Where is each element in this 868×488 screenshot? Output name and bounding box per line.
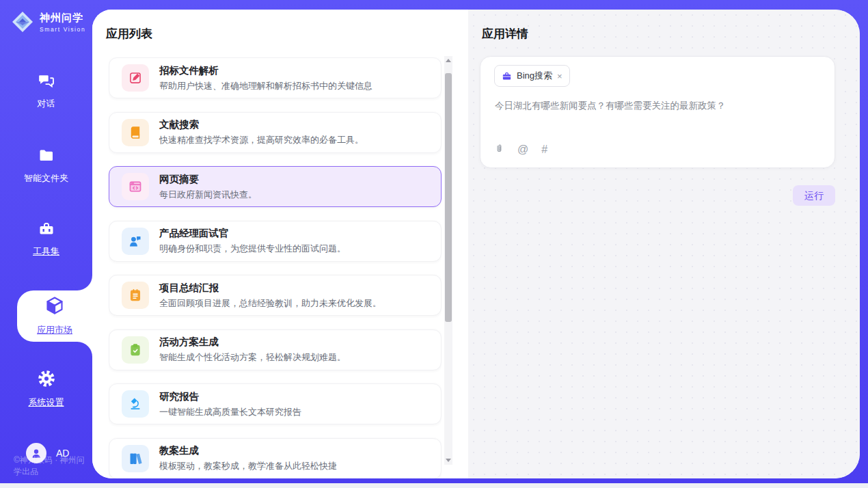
scrollbar-thumb[interactable] [445, 73, 452, 322]
app-card-desc: 全面回顾项目进展，总结经验教训，助力未来优化发展。 [159, 297, 381, 310]
briefcase-icon [502, 71, 512, 81]
app-card[interactable]: 产品经理面试官明确身份和职责，为您提供专业性的面试问题。 [109, 221, 442, 262]
sidebar-item-label: 工具集 [33, 245, 59, 258]
bubble-curve-bottom [77, 342, 92, 357]
sidebar-item-5[interactable]: 系统设置 [0, 369, 92, 409]
app-card[interactable]: 研究报告一键智能生成高质量长文本研究报告 [109, 383, 442, 424]
app-detail-panel: 应用详情 Bing搜索 × 今日湖北有哪些新闻要点？有哪些需要关注的最新政策？ [468, 10, 860, 478]
brand-tagline: Smart Vision [40, 26, 85, 33]
app-cards: 招标文件解析帮助用户快速、准确地理解和解析招标书中的关键信息文献搜索快速精准查找… [109, 57, 442, 478]
diamond-logo-icon [11, 10, 34, 33]
sidebar-item-3[interactable]: 工具集 [0, 221, 92, 258]
sidebar-item-2[interactable]: 智能文件夹 [0, 148, 92, 185]
cube-icon [44, 295, 65, 318]
app-card[interactable]: 教案生成模板驱动，教案秒成，教学准备从此轻松快捷 [109, 438, 442, 479]
gear-icon [37, 369, 56, 391]
app-card-desc: 模板驱动，教案秒成，教学准备从此轻松快捷 [159, 460, 337, 472]
note-icon [122, 282, 149, 309]
app-card-title: 教案生成 [159, 444, 337, 457]
prompt-input[interactable]: 今日湖北有哪些新闻要点？有哪些需要关注的最新政策？ [495, 99, 816, 113]
app-card[interactable]: 活动方案生成智能生成个性化活动方案，轻松解决规划难题。 [109, 329, 442, 370]
clipboard-check-icon [122, 336, 149, 364]
book-icon [122, 119, 149, 146]
browser-code-icon [122, 173, 149, 200]
brand-logo: 神州问学 Smart Vision [11, 10, 85, 33]
app-card-title: 项目总结汇报 [159, 282, 381, 295]
app-card-desc: 一键智能生成高质量长文本研究报告 [159, 406, 301, 418]
folder-icon [37, 148, 56, 167]
app-card-desc: 快速精准查找学术资源，提高研究效率的必备工具。 [159, 134, 364, 146]
app-card[interactable]: 网页摘要每日政府新闻资讯快查。 [109, 166, 442, 207]
app-frame: 神州问学 Smart Vision 对话智能文件夹工具集应用市场系统设置 AD … [0, 0, 868, 483]
toolbox-icon [37, 221, 56, 240]
run-button[interactable]: 运行 [793, 185, 835, 206]
scroll-down-icon[interactable] [446, 459, 451, 462]
sidebar-item-label: 智能文件夹 [24, 172, 68, 185]
tool-tag-label: Bing搜索 [517, 70, 552, 82]
app-card-desc: 每日政府新闻资讯快查。 [159, 189, 257, 201]
app-list-panel: 应用列表 招标文件解析帮助用户快速、准确地理解和解析招标书中的关键信息文献搜索快… [92, 10, 468, 478]
app-card-title: 产品经理面试官 [159, 227, 346, 240]
mention-icon[interactable]: @ [517, 144, 528, 155]
app-detail-title: 应用详情 [482, 26, 528, 42]
app-card[interactable]: 文献搜索快速精准查找学术资源，提高研究效率的必备工具。 [109, 112, 442, 153]
scrollbar[interactable] [444, 56, 452, 465]
paperclip-icon[interactable] [494, 143, 504, 157]
copyright: ©神州数码 · 神州问学出品 [14, 455, 92, 478]
app-card-title: 研究报告 [159, 390, 301, 403]
sidebar-item-label: 系统设置 [29, 396, 64, 409]
attach-toolbar: @ # [494, 143, 547, 157]
sidebar-item-4[interactable]: 应用市场 [17, 295, 92, 336]
content-area: 应用列表 招标文件解析帮助用户快速、准确地理解和解析招标书中的关键信息文献搜索快… [92, 10, 860, 478]
tool-tag[interactable]: Bing搜索 × [494, 65, 570, 87]
app-card-title: 文献搜索 [159, 118, 364, 131]
tool-tag-close-icon[interactable]: × [557, 72, 562, 81]
interviewer-icon [122, 228, 149, 255]
app-card-title: 活动方案生成 [159, 336, 346, 349]
scroll-up-icon[interactable] [446, 59, 451, 62]
brand-name: 神州问学 [40, 12, 85, 25]
pen-square-icon [122, 64, 149, 92]
app-card-desc: 智能生成个性化活动方案，轻松解决规划难题。 [159, 351, 346, 364]
bubble-curve-top [77, 275, 92, 290]
sidebar-item-label: 应用市场 [37, 324, 72, 336]
app-card-desc: 帮助用户快速、准确地理解和解析招标书中的关键信息 [159, 80, 372, 92]
app-card[interactable]: 招标文件解析帮助用户快速、准确地理解和解析招标书中的关键信息 [109, 57, 442, 98]
sidebar-item-1[interactable]: 对话 [0, 72, 92, 110]
microscope-icon [122, 390, 149, 418]
app-card-title: 招标文件解析 [159, 64, 372, 77]
sidebar-item-label: 对话 [38, 98, 55, 110]
hash-icon[interactable]: # [541, 144, 547, 155]
prompt-card: Bing搜索 × 今日湖北有哪些新闻要点？有哪些需要关注的最新政策？ @ # [480, 56, 835, 168]
app-list-title: 应用列表 [106, 26, 152, 42]
app-card[interactable]: 项目总结汇报全面回顾项目进展，总结经验教训，助力未来优化发展。 [109, 275, 442, 316]
app-card-desc: 明确身份和职责，为您提供专业性的面试问题。 [159, 243, 346, 255]
books-icon [122, 445, 149, 472]
chat-icon [37, 72, 56, 92]
app-card-title: 网页摘要 [159, 173, 257, 186]
sidebar: 神州问学 Smart Vision 对话智能文件夹工具集应用市场系统设置 AD … [0, 0, 92, 483]
